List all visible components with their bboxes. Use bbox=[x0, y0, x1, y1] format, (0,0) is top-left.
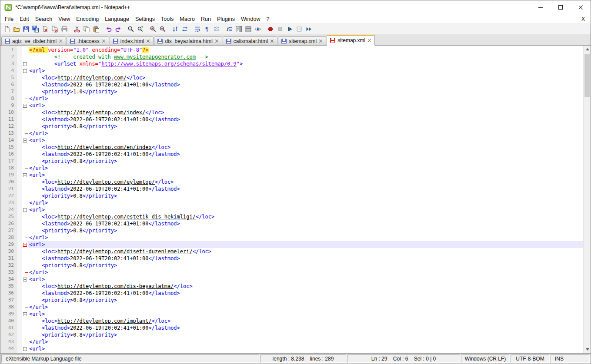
fold-collapse-icon[interactable] bbox=[23, 104, 27, 108]
editor-line-29[interactable]: 29<url> bbox=[0, 241, 583, 248]
fold-margin-cell[interactable] bbox=[22, 102, 28, 109]
code-text[interactable]: <url> bbox=[28, 345, 583, 352]
code-text[interactable]: <url> bbox=[28, 137, 583, 144]
tab-close-icon[interactable] bbox=[319, 39, 323, 43]
editor-line-27[interactable]: 27 <priority>0.8</priority> bbox=[0, 227, 583, 234]
editor-line-35[interactable]: 35 <loc>http://dteylemtop.com/dis-beyazl… bbox=[0, 283, 583, 290]
menu-search[interactable]: Search bbox=[32, 15, 56, 23]
menu-run[interactable]: Run bbox=[198, 15, 214, 23]
status-eol-format[interactable]: Windows (CR LF) bbox=[461, 354, 510, 363]
code-text[interactable]: <priority>0.8</priority> bbox=[28, 192, 583, 199]
editor-line-15[interactable]: 15 <loc>http://dteylemtop.com/en/index</… bbox=[0, 144, 583, 151]
menu-file[interactable]: File bbox=[2, 15, 17, 23]
fold-margin-cell[interactable] bbox=[22, 172, 28, 179]
code-text[interactable]: <loc>http://dteylemtop.com/eylemtop/</lo… bbox=[28, 179, 583, 185]
copy-button[interactable] bbox=[82, 24, 91, 34]
code-text[interactable]: <priority>0.8</priority> bbox=[28, 123, 583, 130]
code-text[interactable]: </url> bbox=[28, 234, 583, 241]
editor-line-2[interactable]: 2 <!-- created with www.mysitemapgenerat… bbox=[0, 53, 583, 60]
tab-close-icon[interactable] bbox=[102, 39, 106, 43]
tab-6-sitemap-xml[interactable]: sitemap.xml bbox=[278, 36, 326, 46]
new-file-button[interactable] bbox=[2, 24, 12, 34]
zoom-out-button[interactable] bbox=[158, 24, 167, 34]
editor-line-25[interactable]: 25 <loc>http://dteylemtop.com/estetik-di… bbox=[0, 213, 583, 220]
editor-line-37[interactable]: 37 <priority>0.8</priority> bbox=[0, 297, 583, 304]
vertical-scrollbar[interactable] bbox=[583, 46, 591, 353]
editor-line-10[interactable]: 10 <loc>http://dteylemtop.com/index/</lo… bbox=[0, 109, 583, 116]
play-macro-button[interactable] bbox=[285, 24, 294, 34]
code-text[interactable]: <url> bbox=[28, 311, 583, 318]
close-button[interactable] bbox=[571, 0, 591, 14]
editor-line-21[interactable]: 21 <lastmod>2022-06-19T20:02:41+01:00</l… bbox=[0, 185, 583, 192]
code-text[interactable]: <lastmod>2022-06-19T20:02:41+01:00</last… bbox=[28, 255, 583, 262]
menu-encoding[interactable]: Encoding bbox=[73, 15, 102, 23]
redo-button[interactable] bbox=[114, 24, 123, 34]
fold-margin-cell[interactable] bbox=[22, 311, 28, 318]
cut-button[interactable] bbox=[72, 24, 82, 34]
menu-edit[interactable]: Edit bbox=[17, 15, 32, 23]
editor-line-8[interactable]: 8</url> bbox=[0, 95, 583, 102]
code-text[interactable]: <lastmod>2022-06-19T20:02:41+01:00</last… bbox=[28, 220, 583, 227]
editor-line-7[interactable]: 7 <priority>1.0</priority> bbox=[0, 88, 583, 95]
fold-collapse-icon[interactable] bbox=[23, 208, 27, 212]
show-all-characters-button[interactable]: ¶ bbox=[202, 24, 212, 34]
tab-5-calismalar-html[interactable]: calismalar.html bbox=[223, 36, 277, 46]
code-text[interactable]: <lastmod>2022-06-19T20:02:41+01:00</last… bbox=[28, 116, 583, 123]
editor-line-16[interactable]: 16 <lastmod>2022-06-19T20:02:41+01:00</l… bbox=[0, 151, 583, 158]
monitoring-button[interactable] bbox=[253, 24, 263, 34]
editor-line-28[interactable]: 28</url> bbox=[0, 234, 583, 241]
save-button[interactable] bbox=[21, 24, 31, 34]
paste-button[interactable] bbox=[91, 24, 101, 34]
function-list-button[interactable]: f bbox=[224, 24, 234, 34]
code-text[interactable]: <lastmod>2022-06-19T20:02:41+01:00</last… bbox=[28, 185, 583, 192]
code-text[interactable]: </url> bbox=[28, 269, 583, 276]
editor-line-30[interactable]: 30 <loc>http://dteylemtop.com/diseti-duz… bbox=[0, 248, 583, 255]
fold-margin-cell[interactable] bbox=[22, 60, 28, 67]
code-text[interactable]: <priority>0.8</priority> bbox=[28, 158, 583, 165]
fold-margin-cell[interactable] bbox=[22, 276, 28, 283]
editor-line-31[interactable]: 31 <lastmod>2022-06-19T20:02:41+01:00</l… bbox=[0, 255, 583, 262]
status-insert-mode[interactable]: INS bbox=[551, 354, 590, 363]
code-text[interactable]: <url> bbox=[28, 172, 583, 179]
code-text[interactable]: <lastmod>2022-06-19T20:02:41+01:00</last… bbox=[28, 290, 583, 297]
editor[interactable]: 1<?xml version="1.0" encoding="UTF-8"?>2… bbox=[0, 46, 591, 353]
fold-collapse-icon[interactable] bbox=[23, 62, 27, 66]
menu-view[interactable]: View bbox=[55, 15, 73, 23]
stop-macro-button[interactable] bbox=[275, 24, 285, 34]
menu-macro[interactable]: Macro bbox=[177, 15, 198, 23]
sync-horizontal-button[interactable] bbox=[180, 24, 190, 34]
editor-line-39[interactable]: 39<url> bbox=[0, 311, 583, 318]
sync-vertical-button[interactable] bbox=[170, 24, 180, 34]
menubar-close-document-button[interactable]: X bbox=[576, 16, 591, 22]
save-macro-button[interactable] bbox=[294, 24, 304, 34]
word-wrap-button[interactable] bbox=[193, 24, 202, 34]
tab-7-sitemap-xml[interactable]: sitemap.xml bbox=[327, 35, 375, 46]
document-list-button[interactable] bbox=[244, 24, 253, 34]
tab-close-icon[interactable] bbox=[215, 39, 219, 43]
tab-1-agiz-ve-disler-html[interactable]: agiz_ve_disler.html bbox=[1, 36, 66, 46]
code-text[interactable]: <urlset xmlns="http://www.sitemaps.org/s… bbox=[28, 60, 583, 67]
code-text[interactable]: <loc>http://dteylemtop.com/en/index</loc… bbox=[28, 144, 583, 151]
tab-3-index-html[interactable]: index.html bbox=[110, 36, 154, 46]
code-text[interactable]: <url> bbox=[28, 206, 583, 213]
fold-collapse-icon[interactable] bbox=[23, 278, 27, 281]
editor-line-1[interactable]: 1<?xml version="1.0" encoding="UTF-8"?> bbox=[0, 46, 583, 53]
editor-line-11[interactable]: 11 <lastmod>2022-06-19T20:02:41+01:00</l… bbox=[0, 116, 583, 123]
editor-line-42[interactable]: 42 <priority>0.8</priority> bbox=[0, 331, 583, 338]
code-text[interactable]: <lastmod>2022-06-19T20:02:41+01:00</last… bbox=[28, 81, 583, 88]
scrollbar-thumb[interactable] bbox=[584, 54, 590, 97]
menu-window[interactable]: Window bbox=[238, 15, 263, 23]
fold-collapse-icon[interactable] bbox=[23, 347, 27, 351]
undo-button[interactable] bbox=[104, 24, 114, 34]
code-text[interactable]: <priority>0.8</priority> bbox=[28, 262, 583, 269]
code-text[interactable]: <loc>http://dteylemtop.com/</loc> bbox=[28, 74, 583, 81]
editor-line-40[interactable]: 40 <loc>http://dteylemtop.com/implant/</… bbox=[0, 318, 583, 324]
editor-line-44[interactable]: 44<url> bbox=[0, 345, 583, 352]
scroll-down-arrow-icon[interactable] bbox=[584, 346, 591, 353]
tab-2-htaccess[interactable]: .htaccess bbox=[67, 36, 109, 46]
menu-help[interactable]: ? bbox=[263, 15, 272, 23]
run-macro-multiple-button[interactable] bbox=[304, 24, 314, 34]
print-button[interactable] bbox=[60, 24, 69, 34]
menu-language[interactable]: Language bbox=[102, 15, 132, 23]
code-text[interactable]: </url> bbox=[28, 199, 583, 206]
